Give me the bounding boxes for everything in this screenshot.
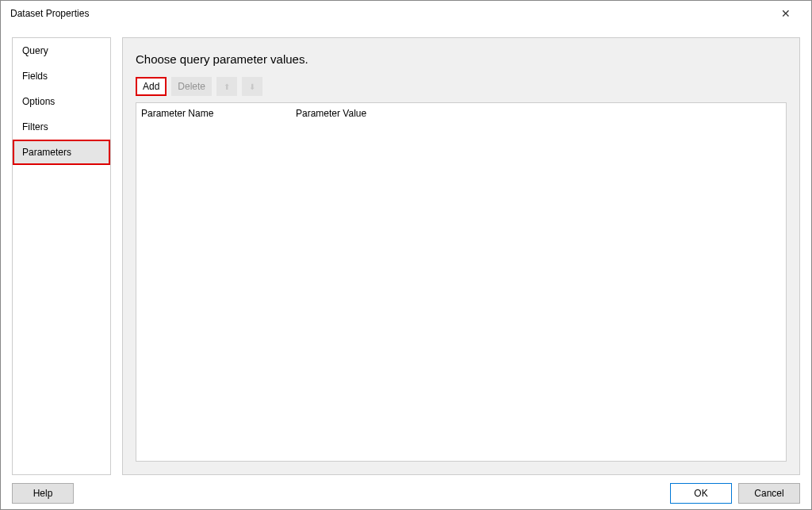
nav-item-label: Options: [22, 96, 55, 107]
nav-item-fields[interactable]: Fields: [13, 63, 110, 89]
add-button[interactable]: Add: [136, 77, 167, 96]
side-nav: Query Fields Options Filters Parameters: [12, 37, 111, 475]
panel-heading: Choose query parameter values.: [123, 38, 799, 77]
window-title: Dataset Properties: [10, 8, 89, 19]
toolbar: Add Delete ⬆ ⬇: [123, 77, 799, 102]
help-button[interactable]: Help: [12, 483, 74, 504]
main-panel: Choose query parameter values. Add Delet…: [122, 37, 800, 475]
add-button-label: Add: [143, 81, 159, 92]
arrow-down-icon: ⬇: [249, 82, 255, 91]
nav-item-parameters[interactable]: Parameters: [13, 140, 110, 165]
nav-item-query[interactable]: Query: [13, 38, 110, 63]
nav-item-filters[interactable]: Filters: [13, 114, 110, 140]
cancel-button[interactable]: Cancel: [738, 483, 800, 504]
move-up-button[interactable]: ⬆: [216, 77, 237, 96]
close-icon: ✕: [781, 7, 791, 20]
dialog-footer: Help OK Cancel: [1, 475, 811, 510]
column-header-value: Parameter Value: [296, 108, 781, 119]
title-bar: Dataset Properties ✕: [1, 1, 811, 26]
nav-item-label: Parameters: [22, 147, 71, 158]
delete-button-label: Delete: [178, 81, 205, 92]
nav-item-options[interactable]: Options: [13, 89, 110, 114]
delete-button[interactable]: Delete: [171, 77, 212, 96]
ok-button[interactable]: OK: [670, 483, 732, 504]
nav-item-label: Filters: [22, 121, 48, 132]
parameter-grid: Parameter Name Parameter Value: [136, 102, 787, 462]
close-button[interactable]: ✕: [770, 2, 802, 25]
arrow-up-icon: ⬆: [224, 82, 230, 91]
ok-button-label: OK: [694, 488, 707, 499]
grid-header-row: Parameter Name Parameter Value: [136, 102, 786, 124]
move-down-button[interactable]: ⬇: [242, 77, 262, 96]
column-header-name: Parameter Name: [141, 108, 296, 119]
help-button-label: Help: [33, 488, 53, 499]
cancel-button-label: Cancel: [754, 488, 783, 499]
dialog-body: Query Fields Options Filters Parameters …: [1, 26, 811, 475]
footer-right: OK Cancel: [670, 483, 800, 504]
nav-item-label: Query: [22, 45, 48, 56]
nav-item-label: Fields: [22, 71, 48, 82]
